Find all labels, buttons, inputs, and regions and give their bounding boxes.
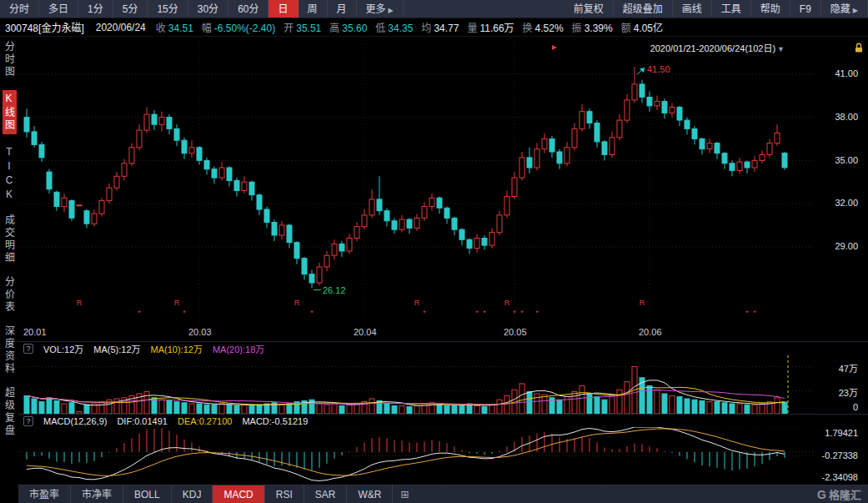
svg-text:*: * [138,309,141,317]
volume-chart[interactable] [18,355,868,414]
draw-line-button[interactable]: 画线 [673,0,712,18]
tab-sar[interactable]: SAR [304,485,348,503]
tab-wr[interactable]: W&R [347,485,393,503]
period-tab-monthly[interactable]: 月 [328,0,357,18]
macd-dif: DIF:0.01491 [117,416,168,426]
svg-text:R: R [414,299,420,307]
tab-macd[interactable]: MACD [213,485,264,503]
svg-text:*: * [183,309,186,317]
more-label: 更多 [366,3,386,15]
period-tab-30min[interactable]: 30分 [188,0,228,18]
period-tab-fenshi[interactable]: 分时 [0,0,39,18]
period-tab-weekly[interactable]: 周 [299,0,328,18]
help-button[interactable]: 帮助 [751,0,790,18]
sidebar-item-tick[interactable]: TICK [3,146,15,203]
macd-axis-label: 1.79421 [825,428,858,438]
volume-header: ? VOL:12万 MA(5):12万 MA(10):12万 MA(20):18… [18,341,868,355]
tab-pb-ratio[interactable]: 市净率 [71,485,123,503]
sidebar-item-price-table[interactable]: 分价表 [3,276,17,314]
vol-ma10: MA(10):12万 [151,342,203,355]
tab-rsi[interactable]: RSI [265,485,304,503]
time-axis-label: 20.03 [188,327,212,337]
svg-text:41.50: 41.50 [647,64,670,74]
sidebar-item-depth-info[interactable]: 深度资料 [3,325,17,375]
svg-text:*: * [535,309,539,317]
price-axis-label: 32.00 [835,198,858,208]
tab-pe-ratio[interactable]: 市盈率 [18,485,71,503]
svg-text:*: * [310,309,314,317]
period-tab-1min[interactable]: 1分 [78,0,113,18]
stock-trading-app: 分时 多日 1分 5分 15分 30分 60分 日 周 月 更多▶ 前复权 超级… [0,0,868,503]
time-axis: 20.01 20.03 20.04 20.05 20.06 [18,324,868,341]
svg-text:*: * [520,309,524,317]
field-low: 低34.35 [375,20,413,34]
help-icon[interactable]: ? [23,416,33,426]
macd-chart[interactable] [18,427,868,485]
add-indicator-button[interactable]: ⊞ [393,485,416,503]
price-axis-label: 38.00 [835,112,858,122]
hide-label: 隐藏 [830,3,850,15]
field-amplitude: 振3.39% [572,20,613,34]
date-range-selector[interactable]: 2020/01/21-2020/06/24(102日)▼ [650,41,785,54]
macd-axis-label: -0.27338 [822,450,858,460]
period-tab-15min[interactable]: 15分 [148,0,188,18]
period-tab-daily[interactable]: 日 [268,0,298,18]
super-overlay-button[interactable]: 超级叠加 [614,0,673,18]
sidebar-item-fenshitu[interactable]: 分时图 [3,41,17,78]
indicator-tabbar: 市盈率 市净率 BOLL KDJ MACD RSI SAR W&R ⊞ G格隆汇 [18,485,868,503]
chevron-right-icon: ▶ [853,7,858,14]
help-icon[interactable]: ? [23,344,33,354]
svg-text:*: * [423,309,426,317]
macd-panel: 1.79421 -0.27338 -2.34098 [18,427,868,485]
svg-text:*: * [745,309,749,317]
period-tab-5min[interactable]: 5分 [113,0,148,18]
svg-text:R: R [294,299,300,307]
volume-axis-label: 23万 [839,385,858,399]
period-tab-multiday[interactable]: 多日 [39,0,78,18]
macd-header: ? MACD(12,26,9) DIF:0.01491 DEA:0.27100 … [18,414,868,427]
tools-button[interactable]: 工具 [712,0,751,18]
sidebar-item-trade-detail[interactable]: 成交明细 [3,214,17,264]
left-sidebar: 分时图 K线图 TICK 成交明细 分价表 深度资料 超级复盘 [0,37,18,503]
vol-ma20: MA(20):18万 [213,342,264,355]
hide-button[interactable]: 隐藏▶ [821,0,868,18]
more-button[interactable]: 更多▶ [357,0,404,18]
period-tab-60min[interactable]: 60分 [228,0,268,18]
sidebar-item-super-review[interactable]: 超级复盘 [3,387,17,437]
field-turnover: 换4.52% [523,20,564,34]
field-volume: 量11.66万 [467,20,514,34]
macd-axis-label: -2.34098 [822,472,858,482]
tab-kdj[interactable]: KDJ [172,485,213,503]
tab-boll[interactable]: BOLL [123,485,172,503]
macd-dea: DEA:0.27100 [178,416,232,426]
gelonghui-logo: G格隆汇 [817,485,868,503]
vol-ma5: MA(5):12万 [93,342,140,355]
gelonghui-logo-icon: G [817,488,826,501]
forward-adjust-button[interactable]: 前复权 [564,0,614,18]
time-axis-label: 20.04 [354,327,377,337]
svg-text:26.12: 26.12 [323,285,346,295]
field-close: 收34.51 [156,20,193,34]
chevron-down-icon: ▼ [777,45,785,53]
top-toolbar: 分时 多日 1分 5分 15分 30分 60分 日 周 月 更多▶ 前复权 超级… [0,0,868,18]
kline-chart[interactable]: R*R*R*R***R***R**41.5026.12 [18,37,868,324]
svg-text:R: R [77,299,83,307]
toolbar-actions: 前复权 超级叠加 画线 工具 帮助 F9 隐藏▶ [564,0,868,18]
time-axis-label: 20.06 [639,327,662,337]
volume-panel: 47万 23万 0 [18,355,868,414]
sidebar-item-kline[interactable]: K线图 [3,90,17,134]
lock-icon[interactable] [854,43,864,53]
date-range-text: 2020/01/21-2020/06/24(102日) [650,43,775,53]
field-amount: 额4.05亿 [621,20,663,34]
macd-value: MACD:-0.51219 [242,416,308,426]
stock-info-bar: 300748[金力永磁] 2020/06/24 收34.51 幅-6.50%(-… [0,18,868,37]
chevron-right-icon: ▶ [389,7,394,14]
stock-code-name[interactable]: 300748[金力永磁] [5,20,84,34]
period-tabs: 分时 多日 1分 5分 15分 30分 60分 日 周 月 更多▶ [0,0,404,18]
macd-params: MACD(12,26,9) [43,416,107,426]
price-axis-label: 29.00 [835,241,858,251]
svg-text:R: R [504,299,510,307]
field-high: 高35.60 [329,20,367,34]
svg-text:R: R [640,299,645,307]
f9-button[interactable]: F9 [790,0,821,18]
